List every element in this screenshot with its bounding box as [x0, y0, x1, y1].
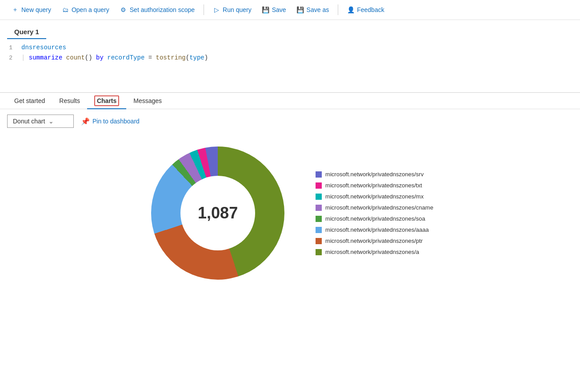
legend-item-txt: microsoft.network/privatednszones/txt: [316, 182, 433, 189]
save-as-icon: 💾: [297, 6, 304, 13]
legend-color-a: [316, 249, 322, 255]
chart-type-dropdown[interactable]: Donut chart ⌄: [7, 115, 74, 128]
charts-tab-box: Charts: [94, 95, 119, 106]
donut-hole: 1,087: [180, 176, 255, 250]
tab-charts[interactable]: Charts: [87, 93, 126, 109]
chevron-down-icon: ⌄: [48, 118, 54, 125]
legend-color-aaaa: [316, 227, 322, 233]
query-panel: Query 1 1 dnsresources 2 | summarize cou…: [0, 20, 580, 93]
tabs-bar: Get started Results Charts Messages: [0, 93, 580, 109]
chart-area: 1,087 microsoft.network/privatednszones/…: [0, 133, 580, 302]
open-query-button[interactable]: 🗂 Open a query: [57, 4, 114, 16]
code-fn-tostring: tostring: [156, 54, 186, 61]
pin-icon: 📌: [81, 117, 90, 126]
run-query-button[interactable]: ▷ Run query: [208, 4, 256, 16]
legend-color-cname: [316, 205, 322, 211]
divider-1: [204, 4, 204, 15]
legend-color-ptr: [316, 238, 322, 244]
legend-item-ptr: microsoft.network/privatednszones/ptr: [316, 238, 433, 244]
pipe-char: |: [21, 54, 29, 61]
chart-type-label: Donut chart: [13, 118, 45, 125]
set-auth-button[interactable]: ⚙ Set authorization scope: [116, 4, 199, 16]
legend-color-mx: [316, 194, 322, 200]
legend-color-srv: [316, 171, 322, 178]
line-number-2: 2: [0, 54, 18, 63]
save-button[interactable]: 💾 Save: [258, 4, 291, 16]
code-recordtype: recordType: [107, 54, 144, 61]
legend-item-aaaa: microsoft.network/privatednszones/aaaa: [316, 226, 433, 233]
line-number-1: 1: [0, 44, 18, 53]
toolbar: ＋ New query 🗂 Open a query ⚙ Set authori…: [0, 0, 580, 20]
new-query-button[interactable]: ＋ New query: [7, 4, 56, 16]
save-icon: 💾: [262, 6, 269, 13]
code-fn-count: count: [66, 54, 85, 61]
legend-item-soa: microsoft.network/privatednszones/soa: [316, 215, 433, 222]
legend-item-a: microsoft.network/privatednszones/a: [316, 249, 433, 255]
donut-total: 1,087: [198, 204, 238, 222]
donut-chart: 1,087: [147, 142, 289, 284]
pin-to-dashboard-button[interactable]: 📌 Pin to dashboard: [81, 117, 140, 126]
plus-icon: ＋: [12, 6, 19, 13]
code-line-1: 1 dnsresources: [0, 43, 580, 53]
chart-controls: Donut chart ⌄ 📌 Pin to dashboard: [0, 109, 580, 133]
legend-item-cname: microsoft.network/privatednszones/cname: [316, 204, 433, 211]
code-line-2: 2 | summarize count() by recordType = to…: [0, 53, 580, 63]
legend-item-srv: microsoft.network/privatednszones/srv: [316, 171, 433, 178]
save-as-button[interactable]: 💾 Save as: [292, 4, 334, 16]
code-editor[interactable]: 1 dnsresources 2 | summarize count() by …: [0, 39, 580, 92]
tab-messages[interactable]: Messages: [126, 93, 169, 109]
folder-icon: 🗂: [62, 6, 69, 13]
tab-results[interactable]: Results: [52, 93, 87, 109]
code-type: type: [189, 54, 204, 61]
legend-color-soa: [316, 216, 322, 222]
legend-color-txt: [316, 182, 322, 189]
feedback-icon: 👤: [347, 6, 354, 13]
chart-legend: microsoft.network/privatednszones/srv mi…: [316, 171, 433, 255]
tab-get-started[interactable]: Get started: [7, 93, 52, 109]
query-title: Query 1: [7, 24, 46, 39]
code-kw-by: by: [96, 54, 104, 61]
legend-item-mx: microsoft.network/privatednszones/mx: [316, 193, 433, 200]
gear-icon: ⚙: [120, 6, 127, 13]
run-icon: ▷: [213, 6, 220, 13]
code-token-table: dnsresources: [21, 44, 66, 51]
divider-2: [338, 4, 338, 15]
results-panel: Get started Results Charts Messages Donu…: [0, 93, 580, 302]
code-kw-summarize: summarize: [29, 54, 63, 61]
feedback-button[interactable]: 👤 Feedback: [343, 4, 388, 16]
